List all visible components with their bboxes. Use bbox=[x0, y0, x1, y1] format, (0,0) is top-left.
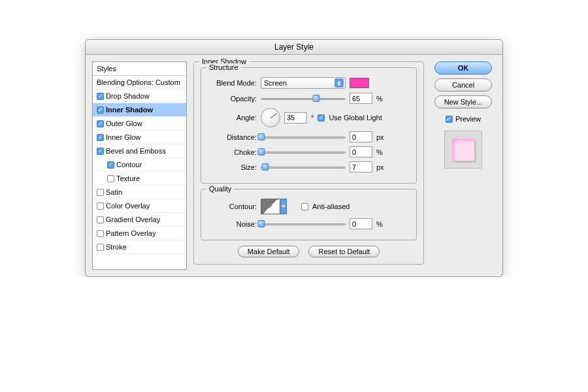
noise-label: Noise: bbox=[208, 220, 257, 228]
choke-slider[interactable] bbox=[261, 148, 346, 157]
style-label: Inner Shadow bbox=[106, 106, 153, 114]
style-item-drop-shadow[interactable]: Drop Shadow bbox=[93, 90, 186, 103]
style-label: Drop Shadow bbox=[106, 92, 150, 100]
style-checkbox[interactable] bbox=[97, 120, 104, 127]
style-item-color-overlay[interactable]: Color Overlay bbox=[93, 199, 186, 213]
distance-label: Distance: bbox=[208, 133, 257, 141]
style-checkbox[interactable] bbox=[107, 175, 114, 182]
distance-input[interactable] bbox=[350, 131, 372, 142]
size-label: Size: bbox=[208, 163, 257, 171]
preview-label: Preview bbox=[455, 115, 481, 123]
blending-options-label: Blending Options: Custom bbox=[97, 78, 180, 86]
blend-mode-select[interactable]: Screen bbox=[261, 77, 346, 89]
style-checkbox[interactable] bbox=[97, 106, 104, 114]
ok-button[interactable]: OK bbox=[434, 61, 492, 74]
choke-label: Choke: bbox=[208, 148, 257, 156]
size-slider[interactable] bbox=[261, 163, 346, 172]
style-label: Stroke bbox=[106, 243, 127, 251]
style-label: Contour bbox=[116, 161, 142, 169]
style-item-gradient-overlay[interactable]: Gradient Overlay bbox=[93, 213, 186, 227]
inner-shadow-fieldset: Inner Shadow Structure Blend Mode: Scree… bbox=[193, 61, 424, 265]
style-item-pattern-overlay[interactable]: Pattern Overlay bbox=[93, 227, 186, 240]
style-item-stroke[interactable]: Stroke bbox=[93, 240, 186, 254]
angle-unit: ° bbox=[311, 114, 314, 122]
blend-mode-label: Blend Mode: bbox=[208, 79, 257, 87]
size-input[interactable] bbox=[350, 161, 372, 172]
dropdown-arrow-icon bbox=[335, 78, 344, 88]
angle-label: Angle: bbox=[208, 114, 257, 122]
angle-dial[interactable] bbox=[261, 108, 280, 127]
preview-checkbox[interactable] bbox=[446, 116, 453, 123]
choke-unit: % bbox=[376, 148, 383, 156]
style-label: Pattern Overlay bbox=[106, 229, 155, 237]
style-label: Texture bbox=[116, 174, 140, 182]
style-checkbox[interactable] bbox=[97, 134, 104, 141]
settings-panel: Inner Shadow Structure Blend Mode: Scree… bbox=[193, 61, 424, 270]
style-item-contour[interactable]: Contour bbox=[93, 158, 186, 172]
structure-title: Structure bbox=[206, 63, 241, 71]
distance-unit: px bbox=[376, 133, 384, 141]
noise-unit: % bbox=[376, 220, 383, 228]
style-label: Outer Glow bbox=[106, 120, 142, 127]
right-panel: OK Cancel New Style... Preview bbox=[431, 61, 496, 270]
style-item-outer-glow[interactable]: Outer Glow bbox=[93, 117, 186, 131]
make-default-button[interactable]: Make Default bbox=[238, 246, 300, 257]
choke-input[interactable] bbox=[350, 146, 372, 157]
styles-header[interactable]: Styles bbox=[93, 62, 186, 76]
angle-input[interactable] bbox=[284, 112, 307, 123]
style-checkbox[interactable] bbox=[97, 230, 104, 237]
style-item-inner-shadow[interactable]: Inner Shadow bbox=[93, 103, 186, 117]
opacity-label: Opacity: bbox=[208, 95, 257, 103]
noise-slider[interactable] bbox=[261, 220, 346, 229]
opacity-slider[interactable] bbox=[261, 94, 346, 103]
style-checkbox[interactable] bbox=[97, 216, 104, 223]
style-label: Gradient Overlay bbox=[106, 216, 160, 223]
color-swatch[interactable] bbox=[350, 78, 369, 88]
style-item-inner-glow[interactable]: Inner Glow bbox=[93, 131, 186, 144]
quality-fieldset: Quality Contour: Anti-aliased Noise: bbox=[201, 189, 417, 240]
quality-title: Quality bbox=[206, 185, 234, 193]
structure-fieldset: Structure Blend Mode: Screen Opacity: bbox=[201, 67, 417, 184]
size-unit: px bbox=[376, 163, 384, 171]
style-label: Inner Glow bbox=[106, 133, 140, 141]
preview-box bbox=[444, 131, 482, 169]
style-checkbox[interactable] bbox=[97, 244, 104, 251]
anti-aliased-checkbox[interactable] bbox=[301, 203, 308, 210]
new-style-button[interactable]: New Style... bbox=[434, 95, 492, 108]
style-label: Satin bbox=[106, 188, 122, 196]
use-global-light-label: Use Global Light bbox=[329, 114, 382, 122]
style-checkbox[interactable] bbox=[97, 203, 104, 210]
style-label: Bevel and Emboss bbox=[106, 147, 166, 155]
anti-aliased-label: Anti-aliased bbox=[312, 203, 350, 210]
distance-slider[interactable] bbox=[261, 133, 346, 142]
noise-input[interactable] bbox=[350, 218, 372, 229]
cancel-button[interactable]: Cancel bbox=[434, 78, 492, 91]
dialog-title: Layer Style bbox=[86, 40, 502, 55]
style-checkbox[interactable] bbox=[107, 161, 114, 169]
style-checkbox[interactable] bbox=[97, 148, 104, 155]
style-item-bevel-and-emboss[interactable]: Bevel and Emboss bbox=[93, 144, 186, 158]
style-item-satin[interactable]: Satin bbox=[93, 186, 186, 199]
opacity-unit: % bbox=[376, 95, 383, 103]
style-checkbox[interactable] bbox=[97, 189, 104, 196]
layer-style-dialog: Layer Style Styles Blending Options: Cus… bbox=[85, 39, 503, 277]
contour-dropdown-icon[interactable] bbox=[280, 199, 287, 214]
blending-options-item[interactable]: Blending Options: Custom bbox=[93, 76, 186, 90]
reset-default-button[interactable]: Reset to Default bbox=[308, 246, 380, 257]
contour-label: Contour: bbox=[208, 203, 257, 210]
opacity-input[interactable] bbox=[350, 93, 372, 104]
contour-picker[interactable] bbox=[261, 199, 280, 214]
use-global-light-checkbox[interactable] bbox=[318, 114, 325, 122]
styles-list: Styles Blending Options: Custom Drop Sha… bbox=[92, 61, 187, 270]
preview-thumbnail bbox=[452, 139, 474, 161]
blend-mode-value: Screen bbox=[264, 79, 287, 87]
style-item-texture[interactable]: Texture bbox=[93, 172, 186, 186]
style-checkbox[interactable] bbox=[97, 93, 104, 100]
style-label: Color Overlay bbox=[106, 202, 150, 210]
